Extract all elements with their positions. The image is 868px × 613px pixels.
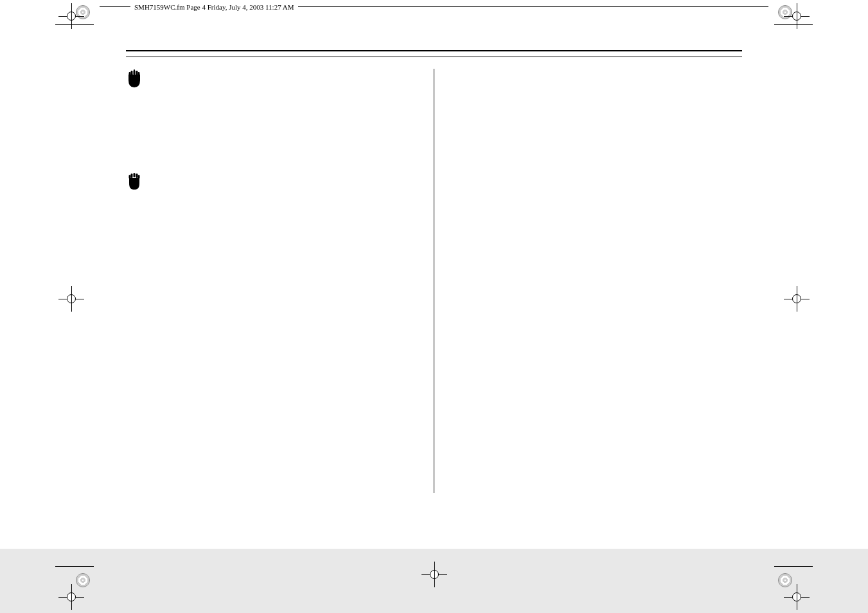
file-header-text: SMH7159WC.fm Page 4 Friday, July 4, 2003… <box>130 3 298 11</box>
crop-mark-icon <box>55 283 87 315</box>
crop-mark-icon <box>781 581 813 613</box>
hand-icon <box>126 69 143 88</box>
svg-rect-5 <box>134 173 136 177</box>
svg-rect-0 <box>134 70 136 75</box>
crop-line <box>774 566 813 567</box>
column-divider <box>434 69 434 493</box>
svg-rect-1 <box>131 71 133 75</box>
file-header: SMH7159WC.fm Page 4 Friday, July 4, 2003… <box>100 6 768 7</box>
crop-mark-icon <box>781 283 813 315</box>
svg-rect-6 <box>131 173 133 178</box>
hand-icon <box>126 172 143 191</box>
right-column <box>454 69 742 493</box>
columns <box>126 69 742 493</box>
rule-line <box>126 50 742 51</box>
crop-mark-icon <box>418 558 450 591</box>
page-content <box>126 50 742 555</box>
svg-rect-2 <box>136 71 138 75</box>
crop-line <box>55 24 94 25</box>
crop-mark-icon <box>55 581 87 613</box>
left-column <box>126 69 414 493</box>
crop-line <box>774 24 813 25</box>
warning-text <box>150 172 414 191</box>
warning-block <box>126 69 414 88</box>
crop-mark-icon <box>55 0 87 32</box>
crop-mark-icon <box>781 0 813 32</box>
crop-line <box>55 566 94 567</box>
warning-block <box>126 172 414 191</box>
warning-text <box>150 69 414 88</box>
rule-line <box>126 57 742 57</box>
svg-rect-7 <box>136 173 138 178</box>
